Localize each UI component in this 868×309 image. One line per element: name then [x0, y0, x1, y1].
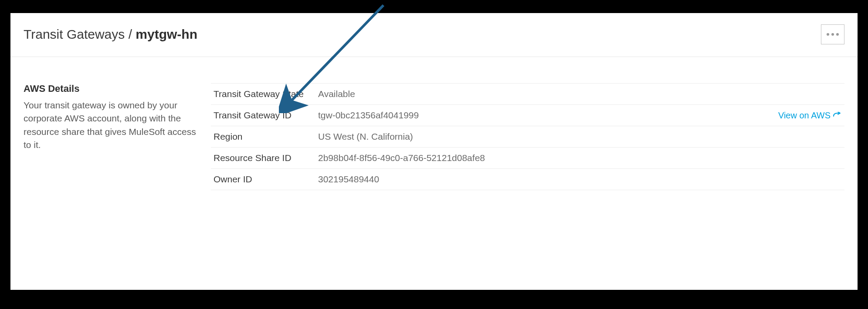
section-description: Your transit gateway is owned by your co… [24, 99, 198, 152]
row-owner-id: Owner ID 302195489440 [211, 168, 844, 190]
detail-value: Available [318, 89, 842, 99]
detail-label: Transit Gateway State [214, 89, 318, 99]
view-on-aws-link[interactable]: View on AWS [778, 111, 842, 121]
detail-value: tgw-0bc21356af4041999 [318, 110, 778, 121]
row-transit-gateway-state: Transit Gateway State Available [211, 83, 844, 104]
transit-gateway-panel: Transit Gateways / mytgw-hn AWS Details … [10, 13, 858, 290]
detail-value: 2b98b04f-8f56-49c0-a766-52121d08afe8 [318, 153, 842, 163]
breadcrumb-current: mytgw-hn [136, 27, 197, 41]
detail-label: Owner ID [214, 174, 318, 185]
row-resource-share-id: Resource Share ID 2b98b04f-8f56-49c0-a76… [211, 147, 844, 168]
aws-details-table: Transit Gateway State Available Transit … [211, 83, 844, 190]
ellipsis-dot-icon [836, 33, 839, 36]
ellipsis-dot-icon [827, 33, 829, 36]
breadcrumb: Transit Gateways / mytgw-hn [24, 27, 197, 42]
detail-value: US West (N. California) [318, 131, 842, 142]
panel-header: Transit Gateways / mytgw-hn [10, 13, 858, 57]
breadcrumb-parent[interactable]: Transit Gateways [24, 27, 125, 41]
row-transit-gateway-id: Transit Gateway ID tgw-0bc21356af4041999… [211, 104, 844, 126]
external-link-icon [833, 112, 842, 119]
more-actions-button[interactable] [821, 24, 844, 44]
detail-label: Resource Share ID [214, 153, 318, 163]
link-text: View on AWS [778, 111, 831, 121]
detail-label: Transit Gateway ID [214, 110, 318, 121]
aws-details-summary: AWS Details Your transit gateway is owne… [24, 83, 198, 190]
ellipsis-dot-icon [831, 33, 834, 36]
panel-body: AWS Details Your transit gateway is owne… [10, 57, 858, 203]
row-region: Region US West (N. California) [211, 126, 844, 147]
section-title: AWS Details [24, 83, 198, 94]
detail-label: Region [214, 131, 318, 142]
detail-value: 302195489440 [318, 174, 842, 185]
breadcrumb-separator: / [129, 27, 132, 41]
